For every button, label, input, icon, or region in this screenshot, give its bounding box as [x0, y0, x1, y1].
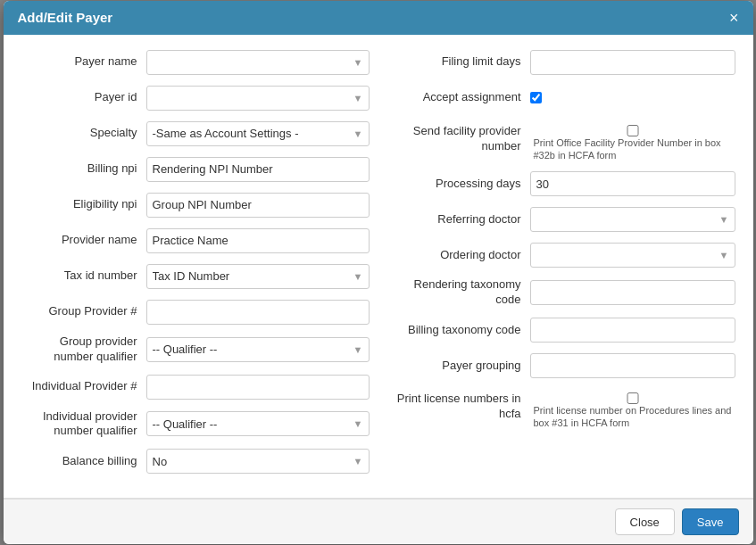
balance-billing-select[interactable]: No Yes [146, 449, 370, 474]
modal-body: Payer name ▼ Payer id ▼ Specialty [4, 35, 753, 499]
print-license-note: Print license number on Procedures lines… [534, 404, 735, 430]
referring-doctor-row: Referring doctor ▼ [387, 206, 735, 233]
group-qualifier-label: Group provider number qualifier [21, 334, 146, 365]
payer-grouping-input[interactable] [530, 353, 735, 378]
referring-doctor-input[interactable] [530, 207, 735, 232]
billing-npi-label: Billing npi [21, 161, 146, 177]
processing-days-row: Processing days [387, 170, 735, 197]
print-license-label: Print license numbers in hcfa [387, 390, 530, 422]
payer-name-label: Payer name [21, 54, 146, 70]
individual-qualifier-label: Individual provider number qualifier [21, 409, 146, 440]
close-button[interactable]: Close [615, 508, 675, 535]
print-license-checkbox[interactable] [530, 392, 735, 404]
provider-name-row: Provider name [21, 227, 370, 254]
payer-id-label: Payer id [21, 90, 146, 105]
eligibility-npi-row: Eligibility npi [21, 192, 370, 219]
group-qualifier-wrapper: -- Qualifier -- ▼ [146, 337, 370, 362]
billing-taxonomy-row: Billing taxonomy code [387, 317, 735, 343]
group-provider-input[interactable] [146, 300, 370, 325]
billing-taxonomy-input[interactable] [530, 318, 735, 343]
payer-id-input[interactable] [146, 86, 370, 111]
modal-title: Add/Edit Payer [18, 10, 113, 25]
billing-npi-input[interactable] [146, 157, 370, 182]
processing-days-input[interactable] [530, 171, 735, 196]
filing-limit-input[interactable] [530, 50, 735, 75]
group-provider-row: Group Provider # [21, 299, 370, 326]
modal-header: Add/Edit Payer × [4, 1, 753, 35]
individual-qualifier-row: Individual provider number qualifier -- … [21, 409, 370, 440]
rendering-taxonomy-row: Rendering taxonomy code [387, 277, 735, 308]
right-column: Filing limit days Accept assignment Send… [387, 49, 735, 484]
left-column: Payer name ▼ Payer id ▼ Specialty [21, 49, 370, 484]
billing-taxonomy-label: Billing taxonomy code [387, 323, 530, 338]
group-qualifier-select[interactable]: -- Qualifier -- [146, 337, 370, 362]
send-facility-row: Send facility provider number Print Offi… [387, 120, 735, 162]
specialty-label: Specialty [21, 126, 146, 141]
accept-assignment-label: Accept assignment [387, 90, 530, 105]
individual-provider-input[interactable] [146, 375, 370, 400]
individual-provider-label: Individual Provider # [21, 379, 146, 394]
tax-id-row: Tax id number Tax ID Number ▼ [21, 263, 370, 290]
print-license-row: Print license numbers in hcfa Print lice… [387, 388, 735, 430]
accept-assignment-row: Accept assignment [387, 85, 735, 111]
filing-limit-label: Filing limit days [387, 54, 530, 70]
send-facility-note: Print Office Facility Provider Number in… [534, 136, 735, 162]
billing-npi-row: Billing npi [21, 156, 370, 183]
filing-limit-row: Filing limit days [387, 49, 735, 76]
balance-billing-label: Balance billing [21, 454, 146, 469]
print-license-wrapper: Print license number on Procedures lines… [530, 390, 735, 430]
rendering-taxonomy-label: Rendering taxonomy code [387, 277, 530, 308]
ordering-doctor-wrapper: ▼ [530, 243, 735, 268]
referring-doctor-wrapper: ▼ [530, 207, 735, 232]
ordering-doctor-label: Ordering doctor [387, 248, 530, 263]
modal-footer: Close Save [4, 499, 753, 544]
specialty-wrapper: -Same as Account Settings - ▼ [146, 121, 370, 146]
individual-qualifier-wrapper: -- Qualifier -- ▼ [146, 411, 370, 436]
payer-name-wrapper: ▼ [146, 50, 370, 75]
specialty-select[interactable]: -Same as Account Settings - [146, 121, 370, 146]
accept-assignment-checkbox[interactable] [530, 92, 542, 103]
payer-grouping-row: Payer grouping [387, 352, 735, 379]
tax-id-select[interactable]: Tax ID Number [146, 264, 370, 289]
payer-id-row: Payer id ▼ [21, 85, 370, 111]
payer-id-wrapper: ▼ [146, 86, 370, 111]
ordering-doctor-row: Ordering doctor ▼ [387, 242, 735, 268]
tax-id-wrapper: Tax ID Number ▼ [146, 264, 370, 289]
group-qualifier-row: Group provider number qualifier -- Quali… [21, 334, 370, 365]
send-facility-wrapper: Print Office Facility Provider Number in… [530, 122, 735, 162]
rendering-taxonomy-input[interactable] [530, 280, 735, 305]
processing-days-label: Processing days [387, 177, 530, 192]
send-facility-checkbox[interactable] [530, 125, 735, 136]
ordering-doctor-input[interactable] [530, 243, 735, 268]
accept-assignment-checkbox-wrapper [530, 92, 542, 103]
payer-name-row: Payer name ▼ [21, 49, 370, 76]
provider-name-label: Provider name [21, 233, 146, 248]
tax-id-label: Tax id number [21, 268, 146, 284]
payer-grouping-label: Payer grouping [387, 359, 530, 374]
send-facility-label: Send facility provider number [387, 122, 530, 154]
group-provider-label: Group Provider # [21, 304, 146, 319]
specialty-row: Specialty -Same as Account Settings - ▼ [21, 120, 370, 147]
balance-billing-wrapper: No Yes ▼ [146, 449, 370, 474]
eligibility-npi-input[interactable] [146, 193, 370, 218]
balance-billing-row: Balance billing No Yes ▼ [21, 448, 370, 475]
individual-provider-row: Individual Provider # [21, 374, 370, 400]
modal: Add/Edit Payer × Payer name ▼ Payer id ▼ [4, 1, 753, 545]
provider-name-input[interactable] [146, 228, 370, 253]
individual-qualifier-select[interactable]: -- Qualifier -- [146, 411, 370, 436]
eligibility-npi-label: Eligibility npi [21, 197, 146, 212]
payer-name-input[interactable] [146, 50, 370, 75]
save-button[interactable]: Save [682, 508, 739, 535]
modal-close-icon[interactable]: × [729, 10, 739, 26]
referring-doctor-label: Referring doctor [387, 212, 530, 227]
